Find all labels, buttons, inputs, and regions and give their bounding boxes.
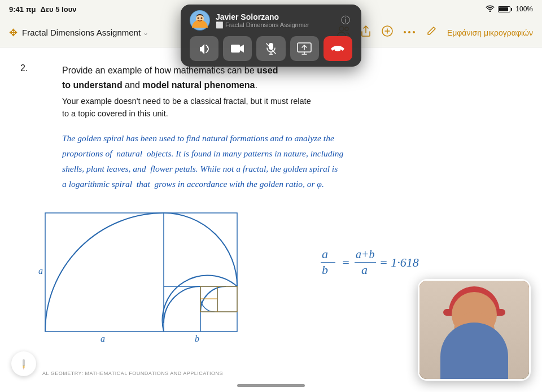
time-display: 9:41 πμ <box>9 5 36 14</box>
document-title: Fractal Dimensions Assignment <box>22 28 141 37</box>
spiral-diagram: a a b <box>34 202 248 351</box>
collapse-icon[interactable]: ✥ <box>9 27 18 39</box>
screen-share-button[interactable] <box>290 36 319 61</box>
svg-text:= 1·618: = 1·618 <box>379 255 419 269</box>
svg-point-5 <box>413 31 415 33</box>
svg-point-3 <box>404 31 406 33</box>
svg-text:a: a <box>100 334 105 343</box>
caller-avatar <box>190 10 210 31</box>
caller-name: Javier Solorzano <box>216 12 333 21</box>
battery-percentage: 100% <box>515 5 533 13</box>
camera-feed <box>418 279 531 381</box>
svg-rect-6 <box>45 213 237 332</box>
bottom-bar <box>0 378 542 392</box>
svg-point-4 <box>408 31 410 33</box>
facetime-doc-name: ⬜ Fractal Dimensions Assignmer <box>216 21 333 29</box>
video-button[interactable] <box>223 36 252 61</box>
chevron-down-icon: ⌄ <box>143 29 148 37</box>
facetime-controls <box>190 36 352 61</box>
facetime-overlay: Javier Solorzano ⬜ Fractal Dimensions As… <box>181 5 361 67</box>
facetime-header: Javier Solorzano ⬜ Fractal Dimensions As… <box>190 10 352 31</box>
share-icon[interactable] <box>360 25 371 40</box>
video-person <box>419 281 529 379</box>
show-thumbnails-button[interactable]: Εμφάνιση μικρογραφιών <box>447 28 533 37</box>
battery-icon <box>498 6 512 12</box>
question-number: 2. <box>20 63 28 73</box>
pencil-tool-button[interactable] <box>11 351 36 376</box>
main-content: 2. Provide an example of how mathematics… <box>0 47 542 392</box>
caller-info: Javier Solorzano ⬜ Fractal Dimensions As… <box>216 12 333 29</box>
toolbar-right: Εμφάνιση μικρογραφιών <box>336 25 533 40</box>
question-block: Provide an example of how mathematics ca… <box>34 63 508 191</box>
svg-rect-26 <box>23 359 25 366</box>
pencil-icon[interactable] <box>382 25 393 40</box>
more-options-icon[interactable] <box>403 26 416 39</box>
home-indicator[interactable] <box>237 384 305 387</box>
svg-text:a: a <box>361 263 368 277</box>
svg-point-31 <box>198 18 199 19</box>
mute-button[interactable] <box>256 36 285 61</box>
svg-text:b: b <box>322 263 328 277</box>
svg-text:a+b: a+b <box>356 248 375 260</box>
question-subtext: Your example doesn't need to be a classi… <box>62 95 508 120</box>
svg-point-32 <box>201 18 203 19</box>
wifi-icon <box>486 5 495 14</box>
svg-text:a: a <box>322 247 328 261</box>
speaker-button[interactable] <box>190 36 218 61</box>
svg-rect-33 <box>231 45 240 53</box>
toolbar-left: ✥ Fractal Dimensions Assignment ⌄ <box>9 27 148 39</box>
svg-text:=: = <box>342 255 350 269</box>
question-text: Provide an example of how mathematics ca… <box>62 63 508 92</box>
status-bar-right: 100% <box>486 5 533 14</box>
svg-text:b: b <box>195 334 199 343</box>
footer-text: AL GEOMETRY: MATHEMATICAL FOUNDATIONS AN… <box>42 371 223 376</box>
status-bar-left: 9:41 πμ Δευ 5 Ιουν <box>9 5 76 14</box>
end-call-button[interactable] <box>324 36 352 61</box>
svg-text:a: a <box>38 266 43 276</box>
document-title-container[interactable]: Fractal Dimensions Assignment ⌄ <box>22 28 148 37</box>
facetime-info-button[interactable]: ⓘ <box>339 14 352 27</box>
handwritten-answer: The golden spiral has been used to find … <box>62 130 508 192</box>
svg-rect-27 <box>23 365 25 368</box>
date-display: Δευ 5 Ιουν <box>41 5 77 14</box>
edit-icon[interactable] <box>426 25 437 40</box>
